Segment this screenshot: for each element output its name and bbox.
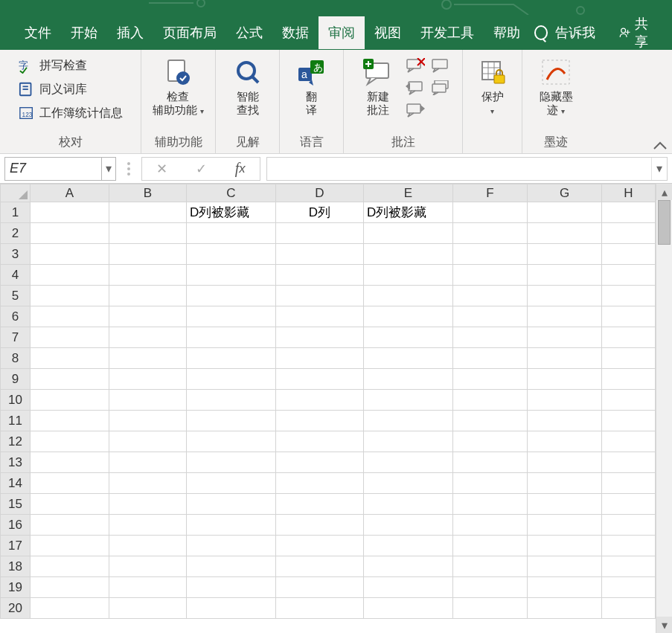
cell[interactable]	[528, 390, 602, 411]
cell[interactable]	[187, 556, 276, 577]
cell[interactable]	[31, 369, 109, 390]
cell[interactable]	[109, 473, 187, 494]
cell[interactable]	[364, 411, 453, 431]
cell[interactable]	[31, 202, 109, 223]
cell[interactable]	[276, 286, 364, 306]
check-accessibility-button[interactable]: 检查辅助功能 ▾	[152, 53, 205, 117]
cell[interactable]	[187, 411, 276, 431]
cell[interactable]	[602, 556, 656, 577]
cell[interactable]	[364, 306, 453, 327]
col-header-D[interactable]: D	[276, 184, 364, 202]
cell[interactable]	[276, 369, 364, 390]
cell[interactable]	[528, 223, 602, 244]
select-all-corner[interactable]	[1, 184, 31, 202]
cell[interactable]	[31, 577, 109, 598]
cell[interactable]	[453, 452, 528, 473]
cell[interactable]	[528, 494, 602, 515]
cell[interactable]	[276, 494, 364, 515]
cell[interactable]	[364, 473, 453, 494]
cell[interactable]	[453, 244, 528, 265]
cell[interactable]	[453, 223, 528, 244]
cell[interactable]	[109, 577, 187, 598]
cell[interactable]	[276, 306, 364, 327]
cell[interactable]	[187, 265, 276, 286]
delete-comment-button[interactable]	[405, 57, 426, 74]
cell[interactable]	[109, 515, 187, 536]
cell[interactable]	[364, 369, 453, 390]
cell[interactable]	[31, 306, 109, 327]
cell[interactable]	[453, 390, 528, 411]
cell[interactable]	[453, 494, 528, 515]
cell[interactable]	[602, 411, 656, 431]
cell[interactable]	[528, 265, 602, 286]
col-header-C[interactable]: C	[187, 184, 276, 202]
tab-insert[interactable]: 插入	[107, 16, 153, 49]
cell[interactable]	[453, 411, 528, 431]
cell[interactable]	[602, 265, 656, 286]
row-header[interactable]: 6	[1, 306, 31, 327]
cell[interactable]	[109, 244, 187, 265]
cell[interactable]	[453, 265, 528, 286]
cell[interactable]	[453, 577, 528, 598]
cell[interactable]	[364, 265, 453, 286]
cell[interactable]	[187, 306, 276, 327]
cell[interactable]	[602, 598, 656, 619]
row-header[interactable]: 15	[1, 494, 31, 515]
cell[interactable]	[31, 348, 109, 369]
show-all-comments-button[interactable]	[430, 80, 451, 96]
col-header-B[interactable]: B	[109, 184, 187, 202]
cell[interactable]	[31, 265, 109, 286]
cell[interactable]	[31, 431, 109, 452]
cell[interactable]	[276, 223, 364, 244]
cell[interactable]	[31, 411, 109, 431]
cell[interactable]	[364, 431, 453, 452]
cell[interactable]	[31, 286, 109, 306]
cell[interactable]	[187, 452, 276, 473]
cell[interactable]	[109, 286, 187, 306]
cell[interactable]	[453, 473, 528, 494]
protect-button[interactable]: 保护▾	[470, 53, 515, 117]
cell[interactable]	[109, 556, 187, 577]
cell[interactable]	[453, 556, 528, 577]
col-header-G[interactable]: G	[528, 184, 602, 202]
cell[interactable]	[364, 598, 453, 619]
cell[interactable]	[187, 431, 276, 452]
row-header[interactable]: 10	[1, 390, 31, 411]
cell[interactable]	[602, 390, 656, 411]
new-comment-button[interactable]: 新建批注	[356, 53, 400, 117]
cell[interactable]	[602, 348, 656, 369]
spell-check-button[interactable]: 字 拼写检查	[16, 56, 126, 75]
cell[interactable]	[602, 494, 656, 515]
enter-formula-button[interactable]: ✓	[182, 161, 221, 177]
row-header[interactable]: 4	[1, 265, 31, 286]
row-header[interactable]: 14	[1, 473, 31, 494]
cell[interactable]	[528, 452, 602, 473]
cell[interactable]	[109, 452, 187, 473]
cell[interactable]	[528, 556, 602, 577]
cell[interactable]	[528, 286, 602, 306]
cell[interactable]	[528, 536, 602, 556]
cell[interactable]	[276, 431, 364, 452]
thesaurus-button[interactable]: 同义词库	[16, 80, 126, 99]
cell[interactable]	[109, 369, 187, 390]
cell[interactable]	[364, 244, 453, 265]
cell[interactable]	[528, 515, 602, 536]
scroll-thumb[interactable]	[658, 200, 671, 245]
cell[interactable]	[528, 598, 602, 619]
cell[interactable]	[187, 223, 276, 244]
cell[interactable]	[364, 515, 453, 536]
cell[interactable]	[31, 223, 109, 244]
cell[interactable]	[31, 452, 109, 473]
cell[interactable]	[453, 369, 528, 390]
cell[interactable]	[276, 265, 364, 286]
prev-comment-button[interactable]	[405, 80, 426, 96]
cell[interactable]	[187, 286, 276, 306]
scroll-up-button[interactable]: ▴	[656, 184, 672, 200]
cell[interactable]	[31, 390, 109, 411]
cell[interactable]	[453, 515, 528, 536]
cell[interactable]	[109, 223, 187, 244]
cell[interactable]	[528, 577, 602, 598]
cell[interactable]	[364, 223, 453, 244]
cell[interactable]	[187, 244, 276, 265]
cell[interactable]	[453, 536, 528, 556]
